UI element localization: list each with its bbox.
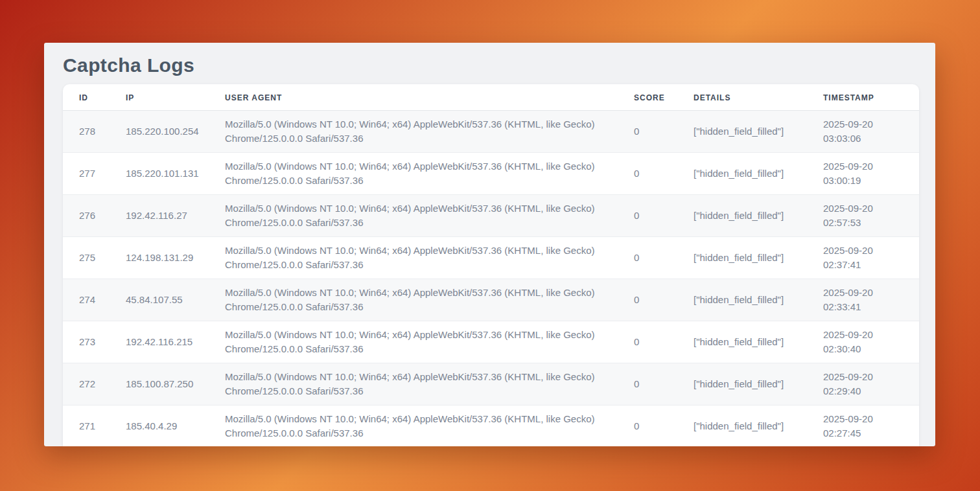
captcha-logs-table: IDIPUSER AGENTSCOREDETAILSTIMESTAMP 278 … bbox=[63, 84, 919, 446]
cell-ip: 185.220.101.131 bbox=[126, 153, 225, 195]
cell-user-agent: Mozilla/5.0 (Windows NT 10.0; Win64; x64… bbox=[225, 405, 634, 447]
cell-id: 275 bbox=[63, 237, 126, 279]
cell-ip: 192.42.116.215 bbox=[126, 321, 225, 363]
timestamp-date: 2025-09-20 bbox=[823, 286, 909, 300]
cell-score: 0 bbox=[634, 111, 694, 153]
timestamp-time: 02:33:41 bbox=[823, 300, 909, 314]
cell-ip: 45.84.107.55 bbox=[126, 279, 225, 321]
table-row: 273 192.42.116.215 Mozilla/5.0 (Windows … bbox=[63, 321, 919, 363]
captcha-logs-card: Captcha Logs IDIPUSER AGENTSCOREDETAILST… bbox=[44, 43, 935, 446]
cell-details: ["hidden_field_filled"] bbox=[694, 279, 823, 321]
cell-details: ["hidden_field_filled"] bbox=[694, 111, 823, 153]
timestamp-date: 2025-09-20 bbox=[823, 117, 909, 131]
table-row: 274 45.84.107.55 Mozilla/5.0 (Windows NT… bbox=[63, 279, 919, 321]
timestamp-date: 2025-09-20 bbox=[823, 244, 909, 258]
timestamp-time: 02:29:40 bbox=[823, 384, 909, 398]
cell-id: 274 bbox=[63, 279, 126, 321]
cell-user-agent: Mozilla/5.0 (Windows NT 10.0; Win64; x64… bbox=[225, 153, 634, 195]
desktop-background: Captcha Logs IDIPUSER AGENTSCOREDETAILST… bbox=[0, 0, 980, 491]
cell-timestamp: 2025-09-20 02:30:40 bbox=[823, 321, 919, 363]
timestamp-date: 2025-09-20 bbox=[823, 370, 909, 384]
timestamp-time: 02:57:53 bbox=[823, 216, 909, 230]
table-panel: IDIPUSER AGENTSCOREDETAILSTIMESTAMP 278 … bbox=[63, 84, 919, 446]
cell-score: 0 bbox=[634, 279, 694, 321]
cell-user-agent: Mozilla/5.0 (Windows NT 10.0; Win64; x64… bbox=[225, 195, 634, 237]
cell-timestamp: 2025-09-20 03:00:19 bbox=[823, 153, 919, 195]
cell-id: 272 bbox=[63, 363, 126, 405]
cell-ip: 124.198.131.29 bbox=[126, 237, 225, 279]
column-header-ua: USER AGENT bbox=[225, 84, 634, 111]
cell-ip: 192.42.116.27 bbox=[126, 195, 225, 237]
timestamp-date: 2025-09-20 bbox=[823, 159, 909, 174]
column-header-id: ID bbox=[63, 84, 126, 111]
cell-details: ["hidden_field_filled"] bbox=[694, 153, 823, 195]
table-body: 278 185.220.100.254 Mozilla/5.0 (Windows… bbox=[63, 111, 919, 447]
cell-details: ["hidden_field_filled"] bbox=[694, 405, 823, 447]
table-header-row: IDIPUSER AGENTSCOREDETAILSTIMESTAMP bbox=[63, 84, 919, 111]
column-header-details: DETAILS bbox=[694, 84, 823, 111]
cell-score: 0 bbox=[634, 405, 694, 447]
cell-details: ["hidden_field_filled"] bbox=[694, 321, 823, 363]
cell-score: 0 bbox=[634, 237, 694, 279]
cell-score: 0 bbox=[634, 321, 694, 363]
cell-score: 0 bbox=[634, 195, 694, 237]
cell-user-agent: Mozilla/5.0 (Windows NT 10.0; Win64; x64… bbox=[225, 237, 634, 279]
timestamp-date: 2025-09-20 bbox=[823, 201, 909, 216]
cell-details: ["hidden_field_filled"] bbox=[694, 195, 823, 237]
cell-timestamp: 2025-09-20 03:03:06 bbox=[823, 111, 919, 153]
cell-score: 0 bbox=[634, 153, 694, 195]
table-row: 276 192.42.116.27 Mozilla/5.0 (Windows N… bbox=[63, 195, 919, 237]
cell-details: ["hidden_field_filled"] bbox=[694, 237, 823, 279]
cell-timestamp: 2025-09-20 02:29:40 bbox=[823, 363, 919, 405]
table-row: 277 185.220.101.131 Mozilla/5.0 (Windows… bbox=[63, 153, 919, 195]
cell-details: ["hidden_field_filled"] bbox=[694, 363, 823, 405]
column-header-ip: IP bbox=[126, 84, 225, 111]
column-header-timestamp: TIMESTAMP bbox=[823, 84, 919, 111]
timestamp-date: 2025-09-20 bbox=[823, 328, 909, 342]
page-title: Captcha Logs bbox=[44, 43, 935, 76]
cell-score: 0 bbox=[634, 363, 694, 405]
timestamp-time: 02:37:41 bbox=[823, 258, 909, 272]
cell-id: 278 bbox=[63, 111, 126, 153]
cell-user-agent: Mozilla/5.0 (Windows NT 10.0; Win64; x64… bbox=[225, 363, 634, 405]
table-row: 272 185.100.87.250 Mozilla/5.0 (Windows … bbox=[63, 363, 919, 405]
cell-ip: 185.220.100.254 bbox=[126, 111, 225, 153]
timestamp-time: 03:03:06 bbox=[823, 131, 909, 146]
timestamp-date: 2025-09-20 bbox=[823, 412, 909, 426]
timestamp-time: 02:30:40 bbox=[823, 342, 909, 356]
table-row: 278 185.220.100.254 Mozilla/5.0 (Windows… bbox=[63, 111, 919, 153]
cell-user-agent: Mozilla/5.0 (Windows NT 10.0; Win64; x64… bbox=[225, 111, 634, 153]
table-row: 275 124.198.131.29 Mozilla/5.0 (Windows … bbox=[63, 237, 919, 279]
cell-id: 276 bbox=[63, 195, 126, 237]
table-row: 271 185.40.4.29 Mozilla/5.0 (Windows NT … bbox=[63, 405, 919, 447]
cell-timestamp: 2025-09-20 02:33:41 bbox=[823, 279, 919, 321]
cell-ip: 185.40.4.29 bbox=[126, 405, 225, 447]
cell-user-agent: Mozilla/5.0 (Windows NT 10.0; Win64; x64… bbox=[225, 279, 634, 321]
timestamp-time: 02:27:45 bbox=[823, 426, 909, 440]
cell-id: 273 bbox=[63, 321, 126, 363]
cell-timestamp: 2025-09-20 02:57:53 bbox=[823, 195, 919, 237]
cell-id: 271 bbox=[63, 405, 126, 447]
table-header: IDIPUSER AGENTSCOREDETAILSTIMESTAMP bbox=[63, 84, 919, 111]
cell-timestamp: 2025-09-20 02:37:41 bbox=[823, 237, 919, 279]
timestamp-time: 03:00:19 bbox=[823, 174, 909, 188]
cell-user-agent: Mozilla/5.0 (Windows NT 10.0; Win64; x64… bbox=[225, 321, 634, 363]
cell-id: 277 bbox=[63, 153, 126, 195]
cell-timestamp: 2025-09-20 02:27:45 bbox=[823, 405, 919, 447]
cell-ip: 185.100.87.250 bbox=[126, 363, 225, 405]
column-header-score: SCORE bbox=[634, 84, 694, 111]
